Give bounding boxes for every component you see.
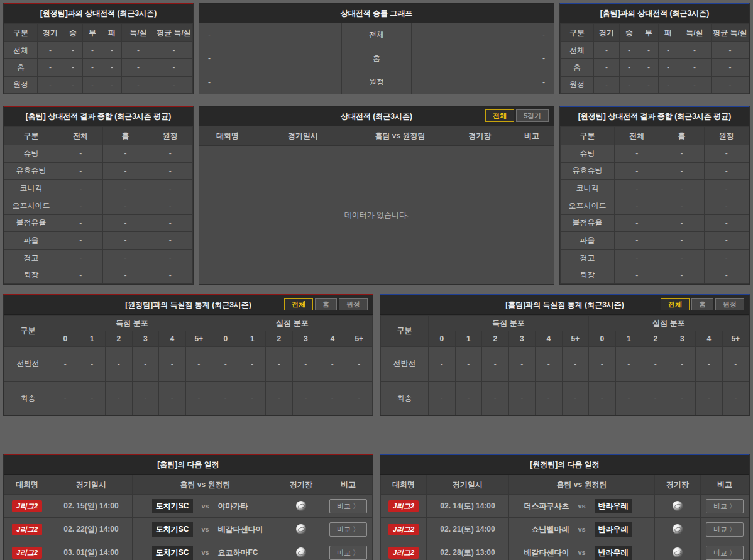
cell: - xyxy=(704,249,749,266)
vs-label: vs xyxy=(201,525,209,533)
cell: - xyxy=(58,197,103,214)
cell: - xyxy=(642,381,669,415)
cell: - xyxy=(704,232,749,250)
cell: - xyxy=(659,214,704,232)
bin-header: 1 xyxy=(79,331,106,347)
stadium-icon[interactable] xyxy=(673,547,683,557)
bin-header: 4 xyxy=(696,331,723,347)
table-row: 퇴장--- xyxy=(4,266,193,284)
tab-5games[interactable]: 5경기 xyxy=(516,109,549,122)
col-header: 원정 xyxy=(704,127,749,145)
h2h-tabs: 전체 5경기 xyxy=(485,109,549,122)
col-header: 경기장 xyxy=(450,131,510,141)
table-row: 원정 ------ xyxy=(561,76,749,93)
panel-away-summary: [원정팀] 상대전적 결과 종합 (최근3시즌 평균) 구분 전체 홈 원정 슈… xyxy=(559,106,750,285)
compare-button[interactable]: 비교 〉 xyxy=(706,546,744,560)
cell: - xyxy=(704,145,749,163)
row-summary: [홈팀] 상대전적 결과 종합 (최근3시즌 평균) 구분 전체 홈 원정 슈팅… xyxy=(3,106,750,285)
table-row: 파울--- xyxy=(4,232,193,250)
col-header: 비고 xyxy=(510,131,554,141)
bin-header: 4 xyxy=(319,331,346,347)
tab-away[interactable]: 원정 xyxy=(339,298,368,310)
cell: - xyxy=(155,76,193,93)
compare-button[interactable]: 비교 〉 xyxy=(329,499,367,513)
cell: - xyxy=(659,197,704,214)
tab-all[interactable]: 전체 xyxy=(485,109,514,122)
compare-button[interactable]: 비교 〉 xyxy=(329,522,367,537)
bin-header: 2 xyxy=(266,331,293,347)
stadium-icon[interactable] xyxy=(673,524,683,534)
cell: - xyxy=(103,249,148,266)
cell: - xyxy=(594,59,620,76)
cell: - xyxy=(659,76,678,93)
stadium-icon[interactable] xyxy=(296,524,306,534)
table-row: 최종 ------------ xyxy=(4,381,373,415)
bin-header: 4 xyxy=(159,331,186,347)
table-row: 볼점유율--- xyxy=(4,214,193,232)
stadium-icon[interactable] xyxy=(296,501,306,511)
home-winrate-value: - xyxy=(199,47,341,70)
cell: - xyxy=(536,347,563,382)
cell: - xyxy=(212,347,239,382)
compare-button[interactable]: 비교 〉 xyxy=(706,499,744,513)
cell: - xyxy=(148,266,192,284)
col-header: 경기일시 xyxy=(50,475,133,495)
bin-header: 0 xyxy=(212,331,239,347)
row-label: 슈팅 xyxy=(4,145,58,163)
bin-header: 0 xyxy=(52,331,79,347)
cell: - xyxy=(346,347,373,382)
tab-home[interactable]: 홈 xyxy=(691,298,713,310)
league-badge: J리그2 xyxy=(12,500,42,512)
cell: - xyxy=(58,249,103,266)
cell: - xyxy=(103,232,148,250)
table-row: 경고--- xyxy=(4,249,193,266)
match-teams: 도치기SCvs야마가타 xyxy=(133,499,278,513)
cell: - xyxy=(615,347,642,382)
tab-all[interactable]: 전체 xyxy=(661,298,690,310)
cell: - xyxy=(704,266,749,284)
cell: - xyxy=(639,42,659,59)
cell: - xyxy=(659,42,678,59)
schedule-row: J리그2 02. 21(토) 14:00 쇼난벨마레vs반라우레 비교 〉 xyxy=(381,518,749,541)
panel-title-text: [원정팀]과의 득실점 통계 (최근3시즌) xyxy=(125,300,251,310)
cell: - xyxy=(103,145,148,163)
schedule-table: 대회명 경기일시 홈팀 vs 원정팀 경기장 비고 J리그2 02. 15(일)… xyxy=(4,475,373,560)
row-label: 홈 xyxy=(561,59,594,76)
tab-away[interactable]: 원정 xyxy=(715,298,744,310)
table-row: 유효슈팅--- xyxy=(4,162,193,180)
header-row: 구분 전체 홈 원정 xyxy=(4,127,193,145)
header-row: 구분 득점 분포 실점 분포 xyxy=(4,316,373,331)
bin-header: 5+ xyxy=(562,331,589,347)
cell: - xyxy=(58,180,103,197)
cell: - xyxy=(615,249,659,266)
cell: - xyxy=(615,162,659,180)
bin-header: 5+ xyxy=(346,331,373,347)
cell: - xyxy=(669,381,696,415)
row-label: 오프사이드 xyxy=(561,197,615,214)
cell: - xyxy=(79,381,106,415)
cell: - xyxy=(58,162,103,180)
stadium-icon[interactable] xyxy=(673,501,683,511)
header-row: 구분 득점 분포 실점 분포 xyxy=(381,316,749,331)
cell: - xyxy=(594,76,620,93)
bin-header: 4 xyxy=(536,331,563,347)
tab-home[interactable]: 홈 xyxy=(315,298,337,310)
row-label: 원정 xyxy=(4,76,38,93)
col-header: 경기 xyxy=(38,24,63,42)
compare-button[interactable]: 비교 〉 xyxy=(329,546,367,560)
away-team-name: 야마가타 xyxy=(218,501,248,512)
bin-header: 1 xyxy=(239,331,266,347)
cell: - xyxy=(102,76,122,93)
cell: - xyxy=(346,381,373,415)
cell: - xyxy=(239,347,266,382)
panel-title: [홈팀]의 다음 일정 xyxy=(4,455,373,475)
col-header: 홈팀 vs 원정팀 xyxy=(350,131,450,141)
cell: - xyxy=(639,76,659,93)
col-header: 패 xyxy=(659,24,678,42)
compare-button[interactable]: 비교 〉 xyxy=(706,522,744,537)
table-row: 홈 ------ xyxy=(561,59,749,76)
stadium-icon[interactable] xyxy=(296,547,306,557)
cell: - xyxy=(148,145,192,163)
tab-all[interactable]: 전체 xyxy=(284,298,313,310)
table-row: 퇴장--- xyxy=(561,266,749,284)
